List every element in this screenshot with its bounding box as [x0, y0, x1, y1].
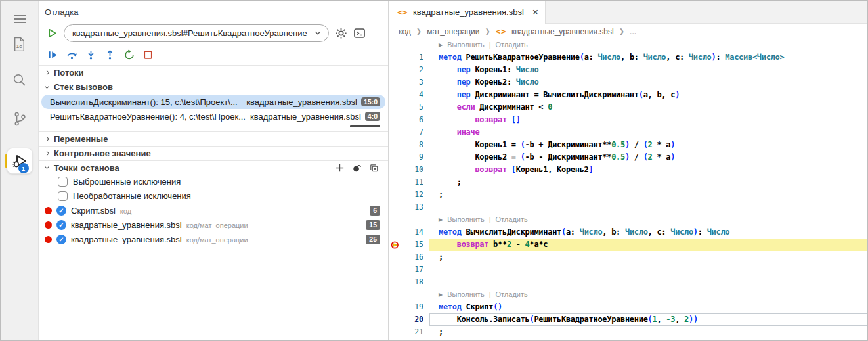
load-more-frames-indicator[interactable]	[350, 125, 380, 127]
section-threads[interactable]: Потоки	[39, 65, 388, 80]
code-line[interactable]: 17	[389, 263, 867, 276]
code-line[interactable]: 15 возврат b**2 - 4*a*c	[389, 239, 867, 251]
codelens-debug-link[interactable]: Отладить	[496, 288, 528, 301]
breadcrumb-item[interactable]: мат_операции	[427, 27, 479, 36]
code-line[interactable]: 5 если Дискриминант < 0	[389, 101, 867, 114]
code-line[interactable]: 6 возврат []	[389, 114, 867, 126]
code-line[interactable]: 20 Консоль.Записать(РешитьКвадратноеУрав…	[389, 313, 867, 326]
code-line[interactable]: 2 пер Корень1: Число	[389, 64, 867, 76]
code-line[interactable]: 11 ;	[389, 176, 867, 189]
step-into-button[interactable]	[85, 49, 97, 60]
stop-button[interactable]	[142, 49, 154, 60]
tab-title: квадратные_уравнения.sbsl	[413, 7, 524, 17]
start-debug-button[interactable]	[47, 28, 58, 39]
codelens-run-link[interactable]: Выполнить	[447, 288, 484, 301]
line-number[interactable]: 1	[389, 51, 429, 64]
callstack-row[interactable]: ВычислитьДискриминант(): 15, c:\test\Про…	[41, 95, 385, 109]
line-number[interactable]: 17	[389, 263, 429, 276]
restart-button[interactable]	[123, 49, 135, 60]
activity-item-source-control[interactable]	[1, 104, 38, 133]
section-watch[interactable]: Контрольное значение	[39, 146, 388, 160]
settings-gear-button[interactable]	[335, 27, 347, 39]
remove-all-breakpoints-button[interactable]	[369, 163, 379, 173]
launch-config-select[interactable]: квадратные_уравнения.sbsl#РешитьКвадратн…	[64, 24, 329, 42]
exception-filter-row: Необработанные исключения	[39, 189, 388, 204]
line-number[interactable]: 7	[389, 126, 429, 139]
line-number[interactable]: 18	[389, 276, 429, 288]
checkbox-checked-icon[interactable]: ✓	[56, 235, 66, 244]
code-line[interactable]: 14метод ВычислитьДискриминант(a: Число, …	[389, 226, 867, 239]
code-line[interactable]: 7 иначе	[389, 126, 867, 139]
code-token: -3	[666, 315, 675, 324]
code-token: Число	[707, 227, 730, 237]
code-line[interactable]: 16;	[389, 251, 867, 263]
line-number[interactable]: 14	[389, 226, 429, 239]
codelens-debug-link[interactable]: Отладить	[496, 214, 528, 226]
code-line[interactable]: 22	[389, 338, 867, 340]
line-number[interactable]: 11	[389, 176, 429, 189]
line-number[interactable]: 13	[389, 201, 429, 214]
codelens-debug-link[interactable]: Отладить	[496, 39, 528, 51]
tab-file[interactable]: <> квадратные_уравнения.sbsl ×	[389, 1, 546, 24]
codelens-run-link[interactable]: Выполнить	[447, 39, 484, 51]
code-line[interactable]: 19метод Скрипт()	[389, 301, 867, 313]
breadcrumb-item[interactable]: ...	[630, 27, 636, 36]
activity-item-search[interactable]	[1, 65, 38, 94]
step-over-button[interactable]	[66, 49, 77, 60]
line-number[interactable]: 12	[389, 189, 429, 201]
code-token: возврат	[457, 240, 493, 249]
tab-close-icon[interactable]: ×	[532, 7, 538, 18]
checkbox-unchecked-icon[interactable]	[58, 191, 68, 201]
line-number[interactable]: 16	[389, 251, 429, 263]
code-line[interactable]: 18	[389, 276, 867, 288]
line-number[interactable]: 2	[389, 64, 429, 76]
continue-button[interactable]	[47, 49, 58, 60]
line-number[interactable]: 19	[389, 301, 429, 313]
code-token: 0.5	[611, 140, 625, 149]
activity-item-debug[interactable]: 1	[1, 145, 38, 177]
line-number[interactable]: 8	[389, 139, 429, 151]
line-number[interactable]: 21	[389, 326, 429, 338]
section-callstack[interactable]: Стек вызовов	[39, 80, 388, 94]
line-number[interactable]: 6	[389, 114, 429, 126]
breakpoint-row[interactable]: ✓квадратные_уравнения.sbslкод/мат_операц…	[39, 233, 388, 247]
add-breakpoint-button[interactable]	[335, 163, 345, 173]
code-line[interactable]: 1метод РешитьКвадратноеУравнение(a: Числ…	[389, 51, 867, 64]
code-token: Консоль.Записать	[439, 315, 530, 324]
breakpoint-row[interactable]: ✓Скрипт.sbslкод6	[39, 204, 388, 218]
code-line[interactable]: 9 Корень2 = (-b - Дискриминант**0.5) / (…	[389, 151, 867, 164]
breakpoint-row[interactable]: ✓квадратные_уравнения.sbslкод/мат_операц…	[39, 218, 388, 233]
checkbox-checked-icon[interactable]: ✓	[56, 220, 66, 230]
code-text	[429, 201, 867, 214]
line-number[interactable]: 15	[389, 239, 429, 251]
code-line[interactable]: 21;	[389, 326, 867, 338]
section-breakpoints[interactable]: Точки останова	[39, 160, 388, 175]
section-variables[interactable]: Переменные	[39, 131, 388, 146]
code-line[interactable]: 10 возврат [Корень1, Корень2]	[389, 164, 867, 176]
line-number[interactable]: 3	[389, 76, 429, 89]
breadcrumb-item[interactable]: код	[399, 27, 411, 36]
step-out-button[interactable]	[104, 49, 116, 60]
breadcrumb-item[interactable]: квадратные_уравнения.sbsl	[511, 27, 614, 36]
code-line[interactable]: 4 пер Дискриминант = ВычислитьДискримина…	[389, 89, 867, 101]
line-number[interactable]: 22	[389, 338, 429, 340]
code-line[interactable]: 13	[389, 201, 867, 214]
line-number[interactable]: 9	[389, 151, 429, 164]
code-line[interactable]: 12;	[389, 189, 867, 201]
step-out-icon	[104, 49, 116, 60]
activity-item-1c-explorer[interactable]: 1c	[1, 30, 38, 58]
line-number[interactable]: 5	[389, 101, 429, 114]
callstack-row[interactable]: РешитьКвадратноеУравнение(): 4, c:\test\…	[41, 109, 385, 124]
debug-console-button[interactable]	[353, 27, 366, 39]
code-token: 2	[648, 152, 653, 162]
toggle-breakpoints-button[interactable]	[352, 163, 362, 173]
line-number[interactable]: 20	[389, 313, 429, 326]
codelens-row: ▶Выполнить|Отладить	[389, 288, 867, 301]
checkbox-checked-icon[interactable]: ✓	[56, 206, 66, 216]
codelens-run-link[interactable]: Выполнить	[447, 214, 484, 226]
code-line[interactable]: 3 пер Корень2: Число	[389, 76, 867, 89]
line-number[interactable]: 10	[389, 164, 429, 176]
code-line[interactable]: 8 Корень1 = (-b + Дискриминант**0.5) / (…	[389, 139, 867, 151]
line-number[interactable]: 4	[389, 89, 429, 101]
checkbox-unchecked-icon[interactable]	[58, 177, 68, 187]
